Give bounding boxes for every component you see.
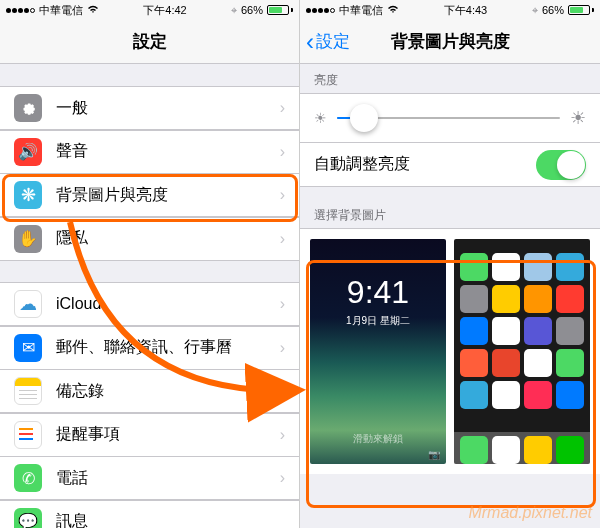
slide-to-unlock: 滑動來解鎖 [310,432,446,446]
row-reminders[interactable]: 提醒事項 › [0,413,299,457]
lock-time: 9:41 [310,274,446,311]
camera-icon: 📷 [428,449,440,460]
chevron-right-icon: › [280,230,285,248]
row-wallpaper-brightness[interactable]: ❋ 背景圖片與亮度 › [0,173,299,217]
battery-icon [267,5,293,15]
status-bar: 中華電信 下午4:42 ⌖ 66% [0,0,299,20]
status-bar: 中華電信 下午4:43 ⌖ 66% [300,0,600,20]
chevron-right-icon: › [280,426,285,444]
nav-bar: 設定 [0,20,299,64]
bluetooth-icon: ⌖ [231,4,237,17]
phone-left: 中華電信 下午4:42 ⌖ 66% 設定 一般 › [0,0,300,528]
row-notes[interactable]: 備忘錄 › [0,369,299,413]
carrier-label: 中華電信 [39,3,83,18]
signal-dots-icon [306,8,335,13]
chevron-right-icon: › [280,99,285,117]
row-privacy[interactable]: ✋ 隱私 › [0,217,299,261]
notes-icon [14,377,42,405]
row-label: 提醒事項 [56,424,280,445]
chevron-right-icon: › [280,186,285,204]
nav-title: 背景圖片與亮度 [391,30,510,53]
cloud-icon: ☁ [14,290,42,318]
wallpaper-home-preview[interactable] [454,239,590,464]
gear-icon [14,94,42,122]
bluetooth-icon: ⌖ [532,4,538,17]
battery-icon [568,5,594,15]
sun-small-icon: ☀ [314,110,327,126]
row-label: 訊息 [56,511,285,528]
row-icloud[interactable]: ☁ iCloud › [0,282,299,326]
chevron-right-icon: › [280,143,285,161]
row-label: 備忘錄 [56,381,280,402]
speaker-icon: 🔊 [14,138,42,166]
watermark: Mrmad.pixnet.net [468,504,592,522]
row-label: iCloud [56,295,280,313]
row-sounds[interactable]: 🔊 聲音 › [0,130,299,174]
chevron-right-icon: › [280,295,285,313]
chevron-right-icon: › [280,382,285,400]
reminders-icon [14,421,42,449]
row-label: 自動調整亮度 [314,154,536,175]
wallpaper-selector[interactable]: 9:41 1月9日 星期二 滑動來解鎖 📷 [300,228,600,474]
row-label: 電話 [56,468,280,489]
wallpaper-lock-preview[interactable]: 9:41 1月9日 星期二 滑動來解鎖 📷 [310,239,446,464]
brightness-slider-row: ☀ ☀ [300,93,600,143]
row-general[interactable]: 一般 › [0,86,299,130]
auto-brightness-switch[interactable] [536,150,586,180]
mail-icon: ✉ [14,334,42,362]
nav-bar: ‹ 設定 背景圖片與亮度 [300,20,600,64]
hand-icon: ✋ [14,225,42,253]
phone-icon: ✆ [14,464,42,492]
row-label: 郵件、聯絡資訊、行事曆 [56,337,280,358]
status-time: 下午4:43 [444,3,487,18]
wallpaper-icon: ❋ [14,181,42,209]
back-button[interactable]: ‹ 設定 [306,30,350,54]
carrier-label: 中華電信 [339,3,383,18]
lock-date: 1月9日 星期二 [310,314,446,328]
choose-wallpaper-header: 選擇背景圖片 [300,187,600,228]
nav-title: 設定 [133,30,167,53]
row-label: 隱私 [56,228,280,249]
row-label: 背景圖片與亮度 [56,185,280,206]
row-mail[interactable]: ✉ 郵件、聯絡資訊、行事曆 › [0,326,299,370]
phone-right: 中華電信 下午4:43 ⌖ 66% ‹ 設定 背景圖片與亮度 亮度 [300,0,600,528]
chevron-right-icon: › [280,469,285,487]
signal-dots-icon [6,8,35,13]
brightness-content: 亮度 ☀ ☀ 自動調整亮度 選擇背景圖片 9:41 [300,64,600,528]
chevron-left-icon: ‹ [306,30,314,54]
messages-icon: 💬 [14,508,42,529]
row-messages[interactable]: 💬 訊息 [0,500,299,529]
settings-list[interactable]: 一般 › 🔊 聲音 › ❋ 背景圖片與亮度 › ✋ 隱私 › ☁ iCloud [0,64,299,528]
back-label: 設定 [316,30,350,53]
chevron-right-icon: › [280,339,285,357]
status-time: 下午4:42 [143,3,186,18]
wifi-icon [387,4,399,16]
row-auto-brightness: 自動調整亮度 [300,143,600,187]
brightness-header: 亮度 [300,64,600,93]
row-phone[interactable]: ✆ 電話 › [0,456,299,500]
brightness-slider[interactable] [337,104,560,132]
battery-pct: 66% [241,4,263,16]
battery-pct: 66% [542,4,564,16]
sun-large-icon: ☀ [570,107,586,129]
row-label: 聲音 [56,141,280,162]
row-label: 一般 [56,98,280,119]
wifi-icon [87,4,99,16]
